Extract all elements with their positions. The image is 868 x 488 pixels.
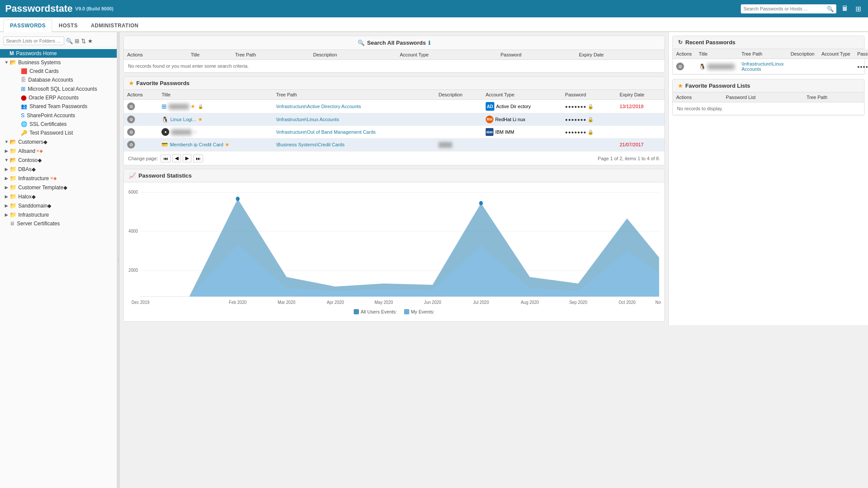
allsand-expander[interactable]: ▶ bbox=[3, 148, 10, 153]
table-row: ⚙ 🐧 ████████ \Infrastructure\Linux bbox=[673, 59, 868, 74]
change-page-label: Change page: bbox=[128, 156, 158, 161]
tab-passwords[interactable]: PASSWORDS bbox=[3, 20, 52, 32]
row4-path-link[interactable]: \Business Systems\Credit Cards bbox=[276, 142, 431, 147]
infra-cont-expander[interactable]: ▶ bbox=[3, 176, 10, 181]
search-lists-icon[interactable]: 🔍 bbox=[66, 38, 73, 44]
main-content-area: 🔍 Search All Passwords ℹ Actions Title T… bbox=[120, 32, 868, 488]
search-icon[interactable]: 🔍 bbox=[827, 6, 834, 12]
row3-pwd-lock: 🔒 bbox=[588, 129, 594, 135]
page-next-btn[interactable]: ▶ bbox=[183, 154, 191, 162]
row1-gear-btn[interactable]: ⚙ bbox=[127, 102, 135, 110]
rec-row1-path-link[interactable]: \Infrastructure\Linux Accounts bbox=[741, 61, 783, 72]
sidebar-item-oracle-erp[interactable]: ⬤ Oracle ERP Accounts bbox=[0, 93, 117, 102]
sidebar-item-customer-template[interactable]: ▶ 📁 Customer Template ◆ bbox=[0, 183, 117, 192]
row1-title-link[interactable]: ██████ bbox=[168, 104, 189, 109]
sidebar-item-ms-sql[interactable]: ⊞ Microsoft SQL Local Accounts bbox=[0, 84, 117, 93]
sidebar-item-infra-contoso[interactable]: ▶ 📁 Infrastructure ✕◆ bbox=[0, 174, 117, 183]
contoso-expander[interactable]: ▼ bbox=[3, 158, 10, 162]
row2-gear-btn[interactable]: ⚙ bbox=[127, 115, 135, 123]
refresh-icon: ↻ bbox=[678, 39, 683, 46]
fav-pw-title: Favorite Passwords bbox=[136, 80, 190, 86]
sidebar-item-contoso[interactable]: ▼ 📂 Contoso ◆ bbox=[0, 155, 117, 165]
search-all-header: 🔍 Search All Passwords ℹ bbox=[124, 36, 664, 50]
infra-expander[interactable]: ▶ bbox=[3, 212, 10, 217]
sidebar-item-ssl-certs[interactable]: 🌐 SSL Certificates bbox=[0, 120, 117, 129]
sidebar-item-infrastructure[interactable]: ▶ 📁 Infrastructure bbox=[0, 210, 117, 219]
row3-star[interactable]: ☆ bbox=[193, 129, 198, 135]
recent-passwords-table: Actions Title Tree Path Description Acco… bbox=[673, 49, 868, 74]
oracle-icon: ⬤ bbox=[21, 95, 26, 101]
left-main: 🔍 Search All Passwords ℹ Actions Title T… bbox=[120, 32, 668, 325]
halox-expander[interactable]: ▶ bbox=[3, 194, 10, 199]
row3-title-link[interactable]: ██████ bbox=[171, 129, 191, 135]
row3-path-link[interactable]: \Infrastructure\Out of Band Management C… bbox=[276, 129, 431, 135]
row1-star[interactable]: ★ bbox=[191, 103, 195, 109]
sidebar-search-input[interactable] bbox=[3, 36, 64, 45]
cust-expander[interactable]: ▼ bbox=[3, 139, 10, 144]
row4-star[interactable]: ★ bbox=[225, 142, 230, 148]
fav-lists-no-records: No records to display. bbox=[673, 102, 864, 115]
menu-icon[interactable]: ⊞ bbox=[854, 3, 863, 15]
chart-svg: 6000 4000 2000 bbox=[127, 186, 661, 307]
search-star-icon[interactable]: ★ bbox=[88, 38, 93, 44]
sidebar-item-sanddomain[interactable]: ▶ 📁 Sanddomain ◆ bbox=[0, 201, 117, 210]
search-all-info-icon[interactable]: ℹ bbox=[428, 40, 431, 46]
dbas-expander[interactable]: ▶ bbox=[3, 167, 10, 171]
row4-os-icon: 💳 bbox=[161, 142, 168, 148]
legend-my-dot bbox=[404, 309, 409, 314]
row2-path-link[interactable]: \Infrastructure\Linux Accounts bbox=[276, 117, 431, 122]
search-all-panel: 🔍 Search All Passwords ℹ Actions Title T… bbox=[123, 36, 665, 73]
page-first-btn[interactable]: ⏮ bbox=[161, 155, 171, 162]
sidebar-item-sharepoint[interactable]: S SharePoint Accounts bbox=[0, 111, 117, 120]
allsand-badge: ✕◆ bbox=[36, 148, 43, 153]
sidebar-item-test-pw-list[interactable]: 🔑 Test Password List bbox=[0, 129, 117, 137]
global-search-input[interactable] bbox=[743, 6, 827, 11]
sidebar-item-dbas[interactable]: ▶ 📁 DBAs ◆ bbox=[0, 165, 117, 174]
sidebar-item-passwords-home[interactable]: M Passwords Home bbox=[0, 49, 117, 58]
sidebar-item-database-accounts[interactable]: 🗄 Database Accounts bbox=[0, 76, 117, 84]
row2-title-link[interactable]: Linux Logi... bbox=[170, 117, 196, 122]
stats-title: Password Statistics bbox=[138, 172, 192, 179]
col-tree-path: Tree Path bbox=[232, 50, 310, 60]
sidebar-item-customers[interactable]: ▼ 📂 Customers ◆ bbox=[0, 137, 117, 146]
sand-folder-icon: 📁 bbox=[10, 202, 16, 209]
tab-administration[interactable]: ADMINISTRATION bbox=[84, 20, 145, 31]
sidebar-item-credit-cards[interactable]: 🟥 Credit Cards bbox=[0, 67, 117, 76]
table-row: ⚙ 🐧 Linux Logi... ★ \Infrastructur bbox=[124, 113, 664, 126]
row1-path-link[interactable]: \Infrastructure\Active Directory Account… bbox=[276, 104, 431, 109]
sand-expander[interactable]: ▶ bbox=[3, 203, 10, 208]
rec-row1-gear[interactable]: ⚙ bbox=[676, 63, 684, 70]
row4-title-link[interactable]: Membersh ip Credit Card bbox=[170, 142, 223, 147]
row4-gear-btn[interactable]: ⚙ bbox=[127, 141, 135, 148]
tab-hosts[interactable]: HOSTS bbox=[52, 20, 84, 31]
row2-pwd-lock: 🔒 bbox=[588, 117, 594, 122]
stats-chart-icon: 📈 bbox=[129, 172, 136, 179]
search-grid-icon[interactable]: ⊞ bbox=[75, 38, 79, 44]
col-actions: Actions bbox=[124, 50, 187, 60]
row2-star[interactable]: ★ bbox=[198, 116, 203, 122]
page-prev-btn[interactable]: ◀ bbox=[172, 154, 181, 162]
search-sort-icon[interactable]: ⇅ bbox=[81, 38, 86, 44]
contoso-label: Contoso bbox=[18, 157, 38, 163]
sidebar-item-server-certs[interactable]: 🖥 Server Certificates bbox=[0, 219, 117, 228]
row3-gear-btn[interactable]: ⚙ bbox=[127, 128, 135, 136]
calculator-icon[interactable]: 🖩 bbox=[840, 3, 850, 14]
row1-actions: ⚙ bbox=[124, 100, 158, 113]
bs-expander[interactable]: ▼ bbox=[3, 60, 10, 65]
sidebar-item-business-systems[interactable]: ▼ 📂 Business Systems bbox=[0, 58, 117, 67]
sidebar-item-allsand[interactable]: ▶ 📁 Allsand ✕◆ bbox=[0, 146, 117, 155]
sidebar-item-halox[interactable]: ▶ 📁 Halox ◆ bbox=[0, 192, 117, 201]
recent-passwords-panel: ↻ Recent Passwords Actions Title Tree Pa… bbox=[672, 36, 865, 75]
sidebar-item-shared-team[interactable]: 👥 Shared Team Passwords bbox=[0, 102, 117, 111]
ct-expander[interactable]: ▶ bbox=[3, 185, 10, 190]
table-row: ⚙ 💳 Membersh ip Credit Card ★ \Bus bbox=[124, 138, 664, 151]
row2-acc-type: RH RedHat Li nux bbox=[482, 113, 562, 126]
svg-text:Jul 2020: Jul 2020 bbox=[473, 300, 489, 305]
global-search-bar[interactable]: 🔍 bbox=[741, 4, 836, 13]
halox-badge: ◆ bbox=[32, 194, 36, 200]
page-buttons: ⏮ ◀ ▶ ⏭ bbox=[161, 154, 203, 162]
favorite-passwords-table: Actions Title Tree Path Description Acco… bbox=[124, 90, 664, 151]
row3-pwd: ●●●●●●● 🔒 bbox=[562, 126, 616, 138]
page-last-btn[interactable]: ⏭ bbox=[193, 155, 203, 162]
infra-label: Infrastructure bbox=[18, 212, 49, 218]
